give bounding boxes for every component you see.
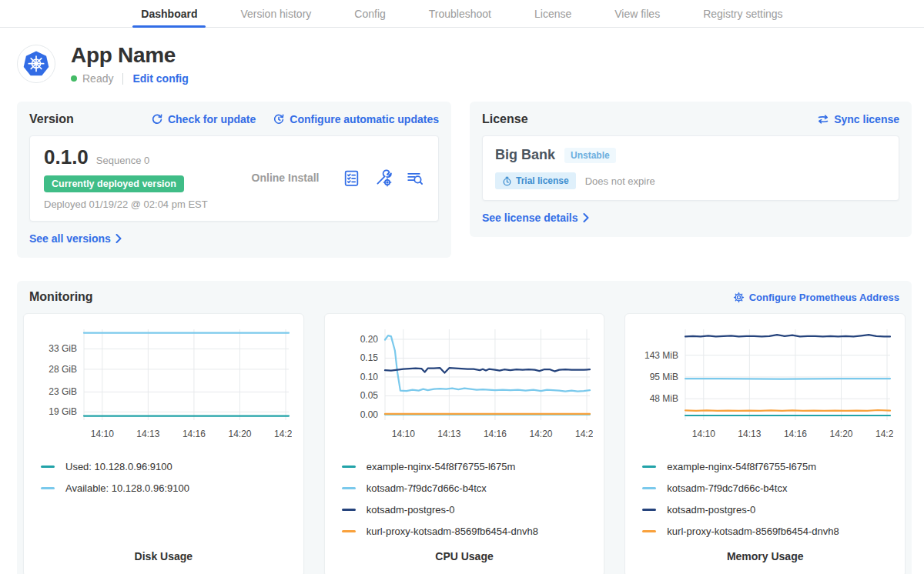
- legend-item: kotsadm-7f9dc7d66c-b4tcx: [336, 477, 594, 499]
- stopwatch-icon: [502, 176, 512, 186]
- tab-view-files[interactable]: View files: [606, 0, 668, 27]
- legend-swatch: [41, 466, 55, 468]
- svg-text:14:23: 14:23: [875, 429, 893, 439]
- legend-label: kurl-proxy-kotsadm-8569fb6454-dnvh8: [367, 526, 538, 537]
- config-wrench-icon[interactable]: [373, 169, 393, 188]
- view-logs-icon[interactable]: [405, 169, 424, 188]
- svg-text:14:10: 14:10: [91, 429, 114, 439]
- svg-text:14:16: 14:16: [784, 429, 807, 439]
- version-sequence: Sequence 0: [96, 155, 149, 166]
- gear-icon: [733, 292, 745, 303]
- svg-text:19 GiB: 19 GiB: [49, 406, 77, 417]
- legend-swatch: [342, 530, 356, 532]
- svg-text:0.20: 0.20: [360, 334, 378, 345]
- preflight-checks-icon[interactable]: [342, 169, 361, 188]
- legend-swatch: [41, 487, 55, 489]
- svg-text:14:10: 14:10: [692, 429, 715, 439]
- app-header: App Name Ready Edit config: [0, 28, 924, 95]
- sync-license-button[interactable]: Sync license: [817, 113, 899, 125]
- legend-item: Used: 10.128.0.96:9100: [35, 456, 293, 477]
- legend-item: kurl-proxy-kotsadm-8569fb6454-dnvh8: [336, 520, 594, 542]
- cpu-usage-chart-card: 0.000.050.100.150.2014:1014:1314:1614:20…: [324, 313, 605, 574]
- svg-text:48 MiB: 48 MiB: [650, 393, 678, 404]
- svg-text:95 MiB: 95 MiB: [650, 372, 678, 382]
- status-dot: [71, 75, 77, 82]
- legend-swatch: [342, 466, 356, 468]
- legend-item: kotsadm-postgres-0: [336, 499, 594, 520]
- current-version-card: 0.1.0 Sequence 0 Currently deployed vers…: [29, 135, 439, 222]
- legend-swatch: [642, 466, 656, 468]
- chart-legend: Used: 10.128.0.96:9100Available: 10.128.…: [35, 456, 293, 499]
- legend-item: Available: 10.128.0.96:9100: [35, 477, 293, 499]
- tab-version-history[interactable]: Version history: [232, 0, 320, 27]
- svg-text:14:20: 14:20: [529, 429, 552, 439]
- configure-automatic-updates-button[interactable]: Configure automatic updates: [273, 113, 439, 125]
- legend-item: kurl-proxy-kotsadm-8569fb6454-dnvh8: [636, 520, 894, 542]
- tab-config[interactable]: Config: [346, 0, 393, 27]
- svg-text:14:13: 14:13: [136, 429, 159, 439]
- see-all-versions-link[interactable]: See all versions: [29, 232, 122, 245]
- deployed-badge: Currently deployed version: [44, 175, 184, 192]
- legend-swatch: [642, 530, 656, 532]
- legend-label: Available: 10.128.0.96:9100: [65, 482, 189, 494]
- license-expiry: Does not expire: [585, 175, 655, 187]
- legend-label: kurl-proxy-kotsadm-8569fb6454-dnvh8: [667, 526, 839, 537]
- top-nav: DashboardVersion historyConfigTroublesho…: [0, 0, 924, 28]
- edit-config-link[interactable]: Edit config: [132, 72, 188, 85]
- svg-text:14:16: 14:16: [182, 429, 206, 439]
- svg-text:14:16: 14:16: [484, 429, 507, 439]
- svg-text:14:23: 14:23: [274, 429, 292, 439]
- update-schedule-icon: [273, 113, 285, 125]
- svg-text:143 MiB: 143 MiB: [644, 350, 678, 361]
- legend-label: kotsadm-7f9dc7d66c-b4tcx: [667, 482, 787, 494]
- channel-badge: Unstable: [564, 148, 616, 163]
- check-for-update-button[interactable]: Check for update: [151, 113, 256, 125]
- svg-text:14:10: 14:10: [391, 429, 414, 439]
- legend-swatch: [342, 509, 356, 511]
- chevron-right-icon: [116, 234, 122, 243]
- chart-title: CPU Usage: [336, 550, 594, 566]
- version-card: Version Check for update Configure au: [17, 102, 451, 258]
- svg-text:0.10: 0.10: [360, 372, 378, 382]
- svg-text:14:20: 14:20: [228, 429, 251, 439]
- svg-text:14:20: 14:20: [830, 429, 853, 439]
- legend-label: Used: 10.128.0.96:9100: [65, 461, 172, 472]
- refresh-icon: [151, 113, 163, 125]
- chart-title: Memory Usage: [636, 550, 894, 566]
- configure-prometheus-button[interactable]: Configure Prometheus Address: [733, 292, 899, 303]
- divider: [122, 73, 123, 85]
- legend-swatch: [642, 487, 656, 489]
- svg-text:14:13: 14:13: [738, 429, 762, 439]
- legend-label: example-nginx-54f8f76755-l675m: [667, 461, 816, 472]
- legend-label: example-nginx-54f8f76755-l675m: [367, 461, 516, 472]
- version-title: Version: [29, 112, 74, 126]
- tab-dashboard[interactable]: Dashboard: [132, 0, 206, 27]
- legend-label: kotsadm-7f9dc7d66c-b4tcx: [367, 482, 487, 494]
- chart-title: Disk Usage: [35, 550, 293, 566]
- kubernetes-logo-icon: [17, 45, 55, 83]
- status-text: Ready: [82, 72, 113, 85]
- license-type-badge: Trial license: [495, 172, 576, 189]
- license-title: License: [482, 112, 528, 126]
- deployed-timestamp: Deployed 01/19/22 @ 02:04 pm EST: [44, 199, 229, 210]
- monitoring-title: Monitoring: [29, 290, 93, 304]
- legend-item: example-nginx-54f8f76755-l675m: [636, 456, 894, 477]
- chart-plot: 48 MiB95 MiB143 MiB14:1014:1314:1614:201…: [636, 323, 893, 445]
- chart-plot: 19 GiB23 GiB28 GiB33 GiB14:1014:1314:161…: [35, 323, 292, 445]
- svg-text:28 GiB: 28 GiB: [49, 364, 77, 375]
- chart-plot: 0.000.050.100.150.2014:1014:1314:1614:20…: [336, 323, 593, 445]
- sync-icon: [817, 113, 829, 125]
- tab-registry-settings[interactable]: Registry settings: [695, 0, 791, 27]
- see-license-details-link[interactable]: See license details: [482, 212, 589, 224]
- svg-text:0.05: 0.05: [360, 390, 378, 401]
- monitoring-section: Monitoring Configure Prometheus Address …: [17, 281, 912, 574]
- customer-name: Big Bank: [495, 147, 555, 163]
- tab-license[interactable]: License: [526, 0, 580, 27]
- chart-legend: example-nginx-54f8f76755-l675mkotsadm-7f…: [636, 456, 894, 542]
- tab-troubleshoot[interactable]: Troubleshoot: [420, 0, 500, 27]
- svg-text:14:23: 14:23: [575, 429, 593, 439]
- legend-label: kotsadm-postgres-0: [667, 504, 755, 516]
- chevron-right-icon: [583, 213, 589, 222]
- memory-usage-chart-card: 48 MiB95 MiB143 MiB14:1014:1314:1614:201…: [624, 313, 906, 574]
- license-detail-card: Big Bank Unstable Trial license Does not…: [482, 135, 899, 201]
